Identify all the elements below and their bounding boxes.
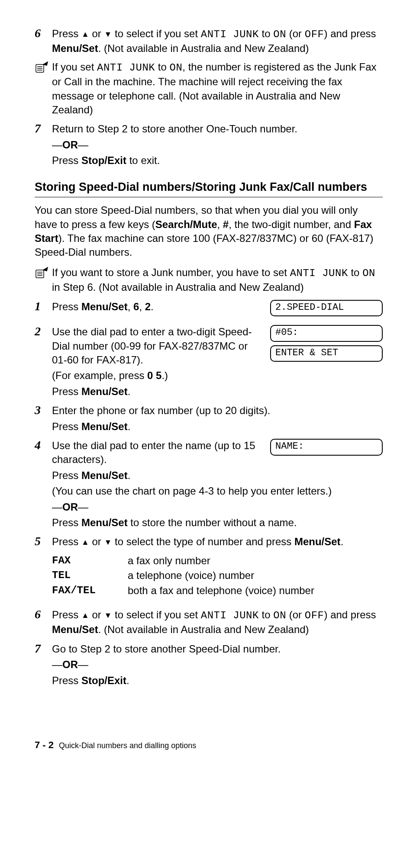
text: (or	[286, 609, 305, 620]
step-body: Press ▲ or ▼ to select if you set ANTI J…	[52, 607, 383, 637]
text: (or	[286, 28, 305, 39]
dash: —	[78, 659, 88, 670]
text: . (Not available in Australia and New Ze…	[98, 42, 309, 54]
display-column: NAME:	[270, 439, 383, 459]
step-5: 5 Press ▲ or ▼ to select the type of num…	[35, 534, 383, 603]
step-number: 6	[35, 26, 52, 41]
step-number: 5	[35, 534, 52, 549]
triangle-down-icon: ▼	[104, 29, 112, 39]
type-table: FAX a fax only number TEL a telephone (v…	[52, 553, 383, 598]
display-column: 2.SPEED-DIAL	[270, 300, 383, 320]
text: If you want to store a Junk number, you …	[52, 267, 290, 278]
section-rule	[35, 197, 383, 197]
text-column: Use the dial pad to enter a two-digit Sp…	[52, 325, 257, 399]
code-text: ANTI JUNK	[290, 267, 348, 279]
text: to	[259, 28, 273, 39]
text: Press	[52, 675, 81, 686]
step-body: Use the dial pad to enter a two-digit Sp…	[52, 324, 383, 399]
code-text: OFF	[305, 610, 324, 621]
text-line: Press Menu/Set to store the number witho…	[52, 516, 383, 530]
bold-text: Menu/Set	[81, 517, 128, 528]
text: .	[128, 386, 131, 397]
triangle-down-icon: ▼	[104, 610, 112, 620]
step-number: 3	[35, 403, 52, 418]
step-body: Press Menu/Set, 6, 2. 2.SPEED-DIAL	[52, 299, 383, 320]
text: ,	[139, 301, 145, 312]
top-step-7: 7 Return to Step 2 to store another One-…	[35, 121, 383, 167]
step-2: 2 Use the dial pad to enter a two-digit …	[35, 324, 383, 399]
text: to	[259, 609, 273, 620]
text: If you set	[52, 61, 97, 73]
note-anti-junk-section: If you want to store a Junk number, you …	[35, 266, 383, 295]
text: Press	[52, 609, 81, 620]
triangle-up-icon: ▲	[81, 537, 89, 547]
bold-text: 2	[145, 301, 151, 312]
step-3: 3 Enter the phone or fax number (up to 2…	[35, 403, 383, 434]
note-icon	[35, 60, 52, 76]
text: .	[126, 675, 129, 686]
dash: —	[52, 501, 62, 513]
code-text: ANTI JUNK	[97, 62, 155, 74]
dash: —	[52, 659, 62, 670]
bold-text: Search/Mute	[155, 219, 217, 230]
section-title: Storing Speed-Dial numbers/Storing Junk …	[35, 180, 383, 195]
text: to select if you set	[112, 28, 200, 39]
text: Go to Step 2 to store another Speed-Dial…	[52, 642, 383, 656]
step-number: 6	[35, 607, 52, 622]
bold-text: Stop/Exit	[81, 154, 126, 166]
text: to store the number without a name.	[128, 517, 297, 528]
text-line: Press Menu/Set.	[52, 469, 383, 482]
triangle-down-icon: ▼	[104, 537, 112, 547]
lcd-display: NAME:	[270, 439, 383, 456]
text: ,	[128, 301, 133, 312]
dash: —	[78, 501, 88, 513]
text: ). The fax machine can store 100 (FAX-82…	[35, 232, 374, 258]
footer-title: Quick-Dial numbers and dialling options	[59, 741, 196, 750]
text: to	[348, 267, 362, 278]
code-text: ON	[273, 610, 286, 621]
text-line: (For example, press 0 5.)	[52, 369, 257, 383]
bold-text: Menu/Set	[81, 301, 128, 312]
step-body: Press ▲ or ▼ to select if you set ANTI J…	[52, 26, 383, 56]
text-line: Press ▲ or ▼ to select the type of numbe…	[52, 535, 383, 549]
note-body: If you set ANTI JUNK to ON, the number i…	[52, 60, 383, 117]
text: Use the dial pad to enter a two-digit Sp…	[52, 325, 257, 367]
bold-text: Menu/Set	[81, 421, 128, 432]
text-line: Press Menu/Set.	[52, 385, 257, 399]
step-number: 4	[35, 438, 52, 453]
step-body: Enter the phone or fax number (up to 20 …	[52, 403, 383, 434]
bold-text: Menu/Set	[52, 42, 98, 54]
text: Press	[52, 386, 81, 397]
text: Use the dial pad to enter the name (up t…	[52, 439, 257, 467]
text: .	[341, 536, 344, 547]
type-value: both a fax and telephone (voice) number	[128, 583, 383, 598]
bold-text: Stop/Exit	[81, 675, 126, 686]
text-column: Use the dial pad to enter the name (up t…	[52, 439, 257, 467]
text: or	[89, 609, 104, 620]
text: ) and press	[324, 609, 376, 620]
text-line: Press Stop/Exit.	[52, 674, 383, 688]
dash: —	[78, 139, 88, 151]
text: ) and press	[324, 28, 376, 39]
text: (For example, press	[52, 370, 147, 381]
note-icon	[35, 266, 52, 281]
text: .	[128, 469, 131, 481]
text: Press	[52, 301, 81, 312]
text: to select if you set	[112, 609, 200, 620]
section-intro: You can store Speed-Dial numbers, so tha…	[35, 203, 383, 260]
type-value: a fax only number	[128, 553, 383, 569]
text: Press	[52, 536, 81, 547]
bold-text: 0 5	[147, 370, 161, 381]
text: or	[89, 536, 104, 547]
bold-text: Menu/Set	[81, 386, 128, 397]
or-text: OR	[62, 139, 78, 151]
type-value: a telephone (voice) number	[128, 568, 383, 583]
page-content: 6 Press ▲ or ▼ to select if you set ANTI…	[0, 0, 413, 772]
type-key: TEL	[52, 568, 128, 583]
type-key: FAX	[52, 553, 128, 569]
type-row-tel: TEL a telephone (voice) number	[52, 568, 383, 583]
triangle-up-icon: ▲	[81, 29, 89, 39]
text-line: Press Stop/Exit to exit.	[52, 154, 383, 167]
lcd-display: 2.SPEED-DIAL	[270, 300, 383, 317]
text: Press	[52, 469, 81, 481]
